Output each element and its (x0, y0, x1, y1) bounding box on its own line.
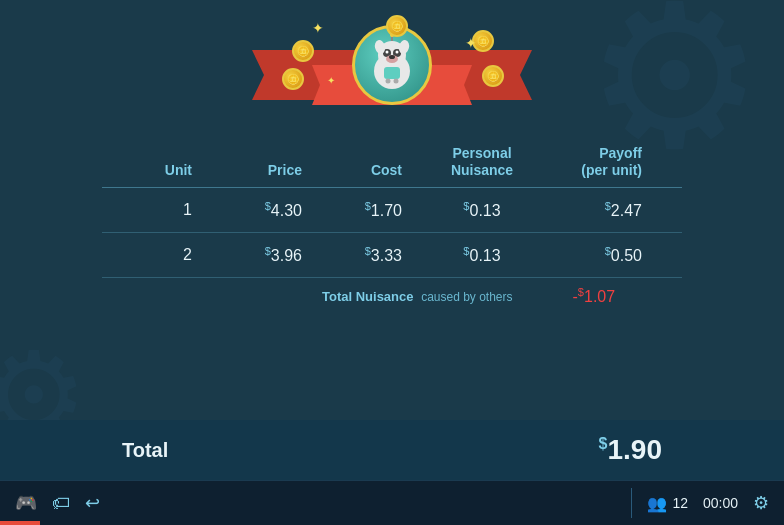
taskbar-left: 🎮 🏷 ↩ (15, 492, 100, 514)
svg-point-4 (385, 50, 388, 53)
avatar (352, 25, 432, 105)
header-price: Price (212, 162, 322, 179)
total-value: $1.90 (599, 434, 662, 466)
coin-bottomleft: 🪙 (282, 68, 304, 90)
red-accent (0, 521, 40, 525)
cell-nuisance-2: $0.13 (422, 245, 542, 265)
sparkle-icon-2: ✦ (465, 35, 477, 51)
total-label: Total (122, 439, 168, 462)
table-row: 1 $4.30 $1.70 $0.13 $2.47 (102, 188, 682, 233)
settings-icon[interactable]: ⚙ (753, 492, 769, 514)
taskbar-divider (631, 488, 632, 518)
cell-price-1: $4.30 (212, 200, 322, 220)
header-payoff: Payoff (per unit) (542, 145, 662, 179)
gamepad-icon[interactable]: 🎮 (15, 492, 37, 514)
cell-payoff-2: $0.50 (542, 245, 662, 265)
nuisance-label: Total Nuisance caused by others (322, 289, 513, 304)
svg-point-7 (389, 55, 395, 59)
cell-unit-1: 1 (102, 201, 212, 219)
table-header: Unit Price Cost Personal Nuisance Payoff… (102, 145, 682, 188)
cell-nuisance-1: $0.13 (422, 200, 542, 220)
banner-area: 🪙 🪙 🪙 🪙 🪙 ✦ ✦ ✦ (252, 10, 532, 130)
cell-cost-2: $3.33 (322, 245, 422, 265)
cell-unit-2: 2 (102, 246, 212, 264)
svg-rect-10 (384, 67, 400, 79)
cell-price-2: $3.96 (212, 245, 322, 265)
history-icon[interactable]: ↩ (85, 492, 100, 514)
cell-cost-1: $1.70 (322, 200, 422, 220)
timer-value: 00:00 (703, 495, 738, 511)
tag-icon[interactable]: 🏷 (52, 493, 70, 514)
coin-bottomright: 🪙 (482, 65, 504, 87)
nuisance-caused-label: caused by others (421, 290, 512, 304)
cell-payoff-1: $2.47 (542, 200, 662, 220)
svg-point-11 (385, 78, 390, 83)
svg-point-12 (393, 78, 398, 83)
nuisance-value: -$1.07 (573, 286, 616, 306)
nuisance-total-row: Total Nuisance caused by others -$1.07 (102, 278, 682, 314)
table-row: 2 $3.96 $3.33 $0.13 $0.50 (102, 233, 682, 278)
total-bar: Total $1.90 (0, 420, 784, 480)
coin-topleft: 🪙 (292, 40, 314, 62)
header-nuisance: Personal Nuisance (422, 145, 542, 179)
main-content: 🪙 🪙 🪙 🪙 🪙 ✦ ✦ ✦ (0, 0, 784, 480)
players-icon: 👥 (647, 494, 667, 513)
header-unit: Unit (102, 162, 212, 179)
sparkle-icon-1: ✦ (312, 20, 324, 36)
player-count-value: 12 (672, 495, 688, 511)
data-table: Unit Price Cost Personal Nuisance Payoff… (102, 145, 682, 315)
timer: 00:00 (703, 495, 738, 511)
sparkle-icon-3: ✦ (327, 75, 335, 86)
character-icon (360, 33, 425, 98)
header-cost: Cost (322, 162, 422, 179)
svg-point-5 (395, 50, 398, 53)
taskbar-right: 👥 12 00:00 ⚙ (647, 492, 769, 514)
taskbar: 🎮 🏷 ↩ 👥 12 00:00 ⚙ (0, 480, 784, 525)
total-currency: $ (599, 435, 608, 452)
player-count: 👥 12 (647, 494, 688, 513)
total-inner: Total $1.90 (102, 434, 682, 466)
